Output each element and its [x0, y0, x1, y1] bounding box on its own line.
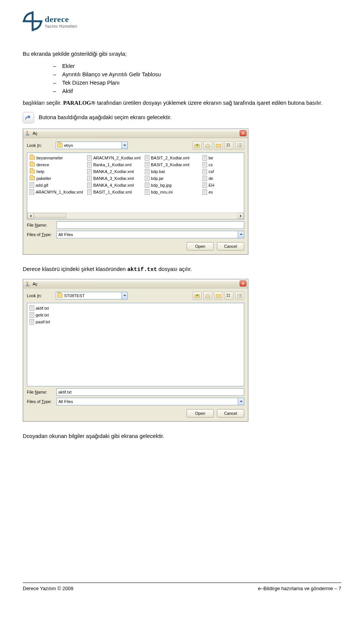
file-item[interactable]: EH [202, 182, 244, 189]
file-item[interactable]: BANKA_4_Kodlar.xml [86, 182, 144, 189]
folder-icon [57, 293, 63, 298]
svg-rect-23 [229, 296, 230, 297]
open-button[interactable]: Open [187, 242, 214, 250]
file-item[interactable]: BANKA_3_Kodlar.xml [86, 175, 144, 182]
chevron-down-icon[interactable] [238, 398, 244, 405]
open-button[interactable]: Open [187, 409, 214, 417]
paragraph-2: Butona basıldığında aşağıdaki seçim ekra… [23, 112, 341, 123]
home-button[interactable] [203, 141, 212, 150]
folder-icon [30, 169, 35, 173]
chevron-down-icon[interactable] [121, 292, 127, 299]
details-view-button[interactable] [235, 141, 244, 150]
close-button[interactable]: × [240, 130, 246, 136]
file-item[interactable]: aktif.txt [29, 305, 86, 312]
bullet-item: –Ekler [53, 63, 341, 69]
filetype-label: Files of Type: [27, 399, 56, 404]
paralog-brand: PARALOG® [63, 100, 95, 106]
file-list-area[interactable]: beyannamelerderecehelppaketleradd.gifARA… [27, 153, 244, 219]
details-view-button[interactable] [235, 291, 244, 300]
file-icon [30, 306, 34, 311]
file-item[interactable]: gelir.txt [29, 312, 86, 318]
svg-rect-6 [227, 143, 228, 145]
svg-rect-9 [229, 145, 230, 146]
scroll-right-button[interactable] [237, 213, 244, 219]
paragraph-3: Derece klasörü içindeki şirket klasöründ… [23, 265, 341, 274]
file-item[interactable]: be [202, 154, 244, 161]
paragraph-1: başlıkları seçilir. PARALOG® tarafından … [23, 99, 341, 107]
filename-input[interactable] [56, 221, 244, 229]
scroll-left-button[interactable] [27, 213, 34, 219]
file-item[interactable]: bdp_bg.jpg [144, 182, 202, 189]
scroll-thumb[interactable] [34, 213, 66, 218]
file-icon [202, 162, 207, 167]
file-item[interactable]: csf [202, 168, 244, 175]
svg-rect-22 [227, 296, 228, 297]
new-folder-button[interactable] [214, 141, 223, 150]
file-item[interactable]: help [29, 168, 86, 175]
home-button[interactable] [203, 291, 212, 300]
chevron-down-icon[interactable] [238, 231, 244, 238]
filename-label: File Name: [27, 390, 56, 394]
file-item[interactable]: bdp_mru.ini [144, 189, 202, 195]
file-item[interactable]: Banka_1_Kodlar.xml [86, 161, 144, 168]
file-item[interactable]: BASIT_1_Kodlar.xml [86, 189, 144, 195]
horizontal-scrollbar[interactable] [27, 213, 244, 219]
filetype-select[interactable]: All Files [56, 398, 244, 405]
lookin-select[interactable]: ebyn [56, 142, 128, 149]
file-open-dialog-1: Aç × Look In: ebyn beyan [23, 129, 248, 255]
file-item[interactable]: ARACMYN_2_Kodlar.xml [86, 154, 144, 161]
file-icon [87, 162, 92, 167]
file-icon [87, 189, 92, 195]
java-icon [25, 130, 31, 136]
lookin-label: Look In: [27, 143, 53, 148]
bullet-item: –Aktif [53, 88, 341, 94]
file-item[interactable]: BASIT_2_Kodlar.xml [144, 154, 202, 161]
new-folder-button[interactable] [214, 291, 223, 300]
file-icon [145, 183, 149, 188]
file-item[interactable]: paketler [29, 175, 86, 182]
file-item[interactable]: BASIT_3_Kodlar.xml [144, 161, 202, 168]
chevron-down-icon[interactable] [121, 142, 127, 149]
up-folder-button[interactable] [193, 141, 202, 150]
file-item[interactable]: beyannameler [29, 154, 86, 161]
file-icon [87, 169, 92, 174]
intro-text: Bu ekranda şekilde gösterildiği gibi sır… [23, 50, 341, 58]
file-item[interactable]: derece [29, 161, 86, 168]
file-open-dialog-2: Aç × Look In: ST08TEST a [23, 279, 248, 422]
lookin-label: Look In: [27, 293, 53, 298]
file-item[interactable]: ex [202, 189, 244, 195]
svg-point-2 [26, 134, 30, 135]
file-item[interactable]: add.gif [29, 182, 86, 189]
filename-input[interactable]: aktif.txt [56, 388, 244, 396]
list-view-button[interactable] [224, 291, 234, 300]
file-item[interactable]: pasif.txt [29, 318, 86, 325]
bullet-item: –Ayrıntılı Bilanço ve Ayrıntılı Gelir Ta… [53, 71, 341, 77]
filetype-select[interactable]: All Files [56, 231, 244, 238]
cancel-button[interactable]: Cancel [217, 409, 244, 417]
file-icon [202, 189, 207, 195]
list-view-button[interactable] [224, 141, 234, 150]
file-icon [145, 155, 149, 161]
brand-tagline: Yazılım Hizmetleri [45, 24, 77, 28]
file-item[interactable]: de [202, 175, 244, 182]
file-icon [87, 183, 92, 188]
file-item[interactable]: cs [202, 161, 244, 168]
folder-icon [30, 162, 35, 167]
footer-left: Derece Yazılım © 2009 [23, 586, 73, 591]
up-folder-button[interactable] [193, 291, 202, 300]
cancel-button[interactable]: Cancel [217, 242, 244, 250]
java-icon [25, 281, 31, 287]
file-list-area[interactable]: aktif.txtgelir.txtpasif.txt [27, 303, 244, 386]
file-icon [30, 189, 34, 195]
file-icon [202, 183, 207, 188]
close-button[interactable]: × [240, 280, 246, 287]
lookin-select[interactable]: ST08TEST [56, 292, 128, 299]
file-item[interactable]: bdp.jar [144, 175, 202, 182]
upload-icon-button[interactable] [23, 112, 34, 123]
file-item[interactable]: BANKA_2_Kodlar.xml [86, 168, 144, 175]
file-icon [30, 312, 34, 318]
file-item[interactable]: bdp.bat [144, 168, 202, 175]
file-item[interactable]: ARACMYN_1_Kodlar.xml [29, 189, 86, 195]
filename-label: File Name: [27, 223, 56, 227]
svg-point-19 [219, 294, 221, 296]
